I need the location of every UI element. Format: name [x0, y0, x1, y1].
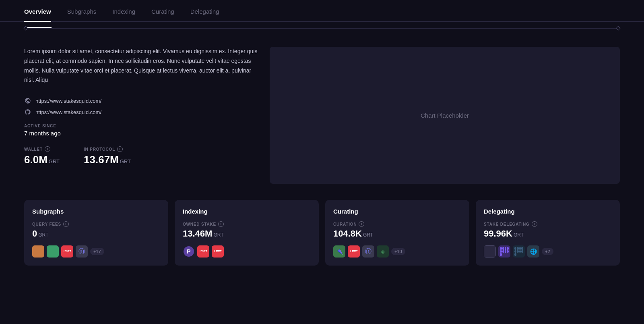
protocol-info-icon[interactable]: i [117, 146, 123, 152]
subgraphs-stat-label: QUERY FEES i [32, 221, 160, 227]
chart-placeholder-text: Chart Placeholder [421, 112, 469, 119]
description-text: Lorem ipsum dolor sit amet, consectetur … [24, 47, 258, 85]
wallet-info-icon[interactable]: i [45, 146, 50, 152]
website-link[interactable]: https://www.stakesquid.com/ [24, 97, 258, 104]
delegating-card-title: Delegating [484, 208, 612, 215]
curating-stat-label: CURATION i [333, 221, 461, 227]
curating-info-icon[interactable]: i [359, 221, 364, 227]
tab-overview[interactable]: Overview [24, 8, 51, 21]
timeline-progress [27, 27, 52, 28]
left-panel: Lorem ipsum dolor sit amet, consectetur … [24, 47, 258, 184]
indexing-token-1: P [183, 245, 195, 258]
nav-tabs: Overview Subgraphs Indexing Curating Del… [0, 0, 644, 22]
subgraphs-more-badge[interactable]: +17 [90, 248, 104, 255]
links-section: https://www.stakesquid.com/ https://www.… [24, 97, 258, 116]
tab-delegating[interactable]: Delegating [190, 8, 219, 21]
curating-card-title: Curating [333, 208, 461, 215]
wallet-label: WALLET i [24, 146, 60, 152]
bottom-cards: Subgraphs QUERY FEES i 0GRT LIMIT ⓜ +17 … [0, 196, 644, 278]
tab-subgraphs[interactable]: Subgraphs [67, 8, 97, 21]
subgraph-token-1 [32, 245, 44, 258]
wallet-value: 6.0MGRT [24, 154, 60, 166]
active-since-label: ACTIVE SINCE [24, 124, 258, 128]
indexing-token-3: LIMIT [212, 245, 224, 258]
curating-more-badge[interactable]: +10 [391, 248, 405, 255]
delegating-card: Delegating STAKE DELEGATING i 99.96KGRT … [476, 200, 620, 266]
globe-icon [24, 97, 31, 104]
active-since-value: 7 months ago [24, 130, 258, 137]
curating-stat-value: 104.8KGRT [333, 228, 461, 239]
subgraph-token-4: ⓜ [76, 245, 88, 258]
indexing-card: Indexing OWNED STAKE i 13.46MGRT P LIMIT… [175, 200, 319, 266]
chart-panel: Chart Placeholder [270, 47, 620, 184]
curating-token-1: 🌂 [333, 245, 345, 258]
github-icon [24, 108, 31, 116]
subgraphs-card-title: Subgraphs [32, 208, 160, 215]
subgraphs-info-icon[interactable]: i [63, 221, 69, 227]
wallet-stat: WALLET i 6.0MGRT [24, 146, 60, 166]
delegating-icons-row: 🌐 +2 [484, 245, 612, 258]
github-link[interactable]: https://www.stakesquid.com/ [24, 108, 258, 116]
delegating-token-2 [498, 245, 510, 258]
indexing-info-icon[interactable]: i [218, 221, 224, 227]
curating-token-3: ⓜ [362, 245, 374, 258]
curating-icons-row: 🌂 LIMIT ⓜ ◎ +10 [333, 245, 461, 258]
tab-curating[interactable]: Curating [151, 8, 174, 21]
protocol-stat: IN PROTOCOL i 13.67MGRT [84, 146, 131, 166]
main-content: Lorem ipsum dolor sit amet, consectetur … [0, 35, 644, 196]
github-url: https://www.stakesquid.com/ [35, 109, 101, 115]
protocol-value: 13.67MGRT [84, 154, 131, 166]
curating-card: Curating CURATION i 104.8KGRT 🌂 LIMIT ⓜ … [325, 200, 469, 266]
subgraph-token-3: LIMIT [61, 245, 73, 258]
delegating-token-3 [513, 245, 525, 258]
subgraph-token-2 [47, 245, 59, 258]
timeline-dot-right [616, 26, 620, 30]
delegating-token-1 [484, 245, 496, 258]
timeline [0, 22, 644, 35]
indexing-stat-value: 13.46MGRT [183, 228, 311, 239]
delegating-token-4: 🌐 [527, 245, 539, 258]
delegating-more-badge[interactable]: +2 [542, 248, 553, 255]
wallet-protocol-row: WALLET i 6.0MGRT IN PROTOCOL i 13.67MGRT [24, 146, 258, 166]
indexing-stat-label: OWNED STAKE i [183, 221, 311, 227]
website-url: https://www.stakesquid.com/ [35, 98, 101, 104]
subgraphs-card: Subgraphs QUERY FEES i 0GRT LIMIT ⓜ +17 [24, 200, 168, 266]
indexing-card-title: Indexing [183, 208, 311, 215]
delegating-stat-value: 99.96KGRT [484, 228, 612, 239]
active-since-section: ACTIVE SINCE 7 months ago [24, 124, 258, 137]
subgraphs-stat-value: 0GRT [32, 228, 160, 239]
protocol-label: IN PROTOCOL i [84, 146, 131, 152]
subgraphs-icons-row: LIMIT ⓜ +17 [32, 245, 160, 258]
curating-token-2: LIMIT [348, 245, 360, 258]
delegating-stat-label: STAKE DELEGATING i [484, 221, 612, 227]
curating-token-4: ◎ [377, 245, 389, 258]
indexing-token-2: LIMIT [197, 245, 209, 258]
timeline-line [27, 28, 617, 29]
delegating-info-icon[interactable]: i [532, 221, 537, 227]
tab-indexing[interactable]: Indexing [112, 8, 135, 21]
indexing-icons-row: P LIMIT LIMIT [183, 245, 311, 258]
